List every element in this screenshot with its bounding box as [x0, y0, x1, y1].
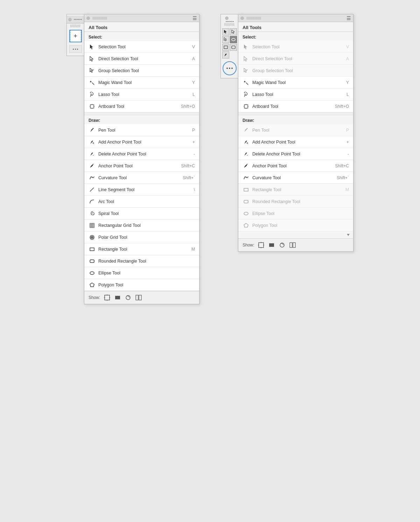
right-main-panel: ☰ All Tools Select: Selection Tool V D	[238, 14, 354, 252]
polygon-tool-name: Polygon Tool	[98, 283, 192, 287]
right-tool-item-add-anchor[interactable]: + Add Anchor Point Tool +	[238, 136, 353, 148]
tool-item-spiral[interactable]: Spiral Tool	[84, 208, 199, 220]
right-curvature-tool-name: Curvature Tool	[252, 175, 334, 180]
draw-tool-list: Pen Tool P + Add Anchor Point Tool +	[84, 124, 199, 291]
tool-item-anchor-point[interactable]: Anchor Point Tool Shift+C	[84, 160, 199, 172]
right-tool-item-ellipse[interactable]: Ellipse Tool	[238, 208, 353, 220]
close-icon[interactable]	[68, 18, 72, 21]
tool-item-curvature[interactable]: Curvature Tool Shift+`	[84, 172, 199, 184]
add-tool-plus-icon: +	[74, 33, 77, 39]
delete-anchor-tool-shortcut: -	[194, 152, 195, 156]
right-tool-item-rectangle[interactable]: Rectangle Tool M	[238, 184, 353, 196]
tool-item-group-selection[interactable]: + Group Selection Tool	[84, 65, 199, 77]
right-tool-item-magic-wand[interactable]: Magic Wand Tool Y	[238, 77, 353, 89]
right-magic-wand-tool-name: Magic Wand Tool	[252, 80, 343, 85]
tool-item-ellipse[interactable]: Ellipse Tool	[84, 267, 199, 279]
grid-direct-selection-tool[interactable]	[230, 28, 237, 35]
left-panel-titlebar: ☰	[84, 14, 199, 22]
right-curvature-tool-shortcut: Shift+`	[337, 175, 349, 180]
right-tool-item-pen[interactable]: Pen Tool P	[238, 124, 353, 136]
tool-item-polar-grid[interactable]: Polar Grid Tool	[84, 231, 199, 243]
show-icon-mask[interactable]	[125, 294, 132, 301]
svg-point-58	[247, 128, 248, 129]
tool-item-polygon[interactable]: Polygon Tool	[84, 279, 199, 291]
tool-item-arc[interactable]: Arc Tool	[84, 196, 199, 208]
svg-rect-36	[115, 296, 120, 299]
right-tool-item-selection[interactable]: Selection Tool V	[238, 41, 353, 53]
right-close-icon[interactable]	[225, 16, 229, 20]
tool-item-selection[interactable]: Selection Tool V	[84, 41, 199, 53]
show-icon-layout[interactable]	[135, 294, 142, 301]
right-tool-item-rounded-rect[interactable]: Rounded Rectangle Tool	[238, 196, 353, 208]
right-lasso-tool-shortcut: L	[346, 92, 349, 97]
right-tool-item-direct-selection[interactable]: Direct Selection Tool A	[238, 53, 353, 65]
svg-text:+: +	[92, 141, 94, 145]
svg-point-44	[232, 39, 235, 41]
grid-pen-tool[interactable]	[222, 51, 229, 58]
tool-item-pen[interactable]: Pen Tool P	[84, 124, 199, 136]
svg-rect-62	[244, 188, 248, 191]
show-icon-artboard[interactable]	[104, 294, 111, 301]
grid-rect-tool[interactable]	[222, 44, 229, 51]
add-tool-button[interactable]: +	[69, 30, 82, 42]
svg-rect-31	[105, 295, 110, 300]
tool-item-line-segment[interactable]: Line Segment Tool \	[84, 184, 199, 196]
show-icon-rect[interactable]	[114, 294, 121, 301]
right-show-icon-artboard[interactable]	[258, 242, 265, 249]
svg-line-4	[92, 83, 94, 85]
polar-grid-tool-icon	[89, 234, 96, 241]
svg-point-14	[92, 176, 93, 178]
right-tool-item-artboard[interactable]: Artboard Tool Shift+O	[238, 100, 353, 112]
svg-marker-66	[347, 234, 350, 236]
grid-rounded-rect-tool[interactable]	[230, 44, 237, 51]
left-scroll-area[interactable]: Select: Selection Tool V Direct Selectio…	[84, 32, 199, 291]
tool-item-magic-wand[interactable]: Magic Wand Tool Y	[84, 77, 199, 89]
right-tool-item-group-selection[interactable]: + Group Selection Tool	[238, 65, 353, 77]
right-anchor-point-tool-icon	[243, 162, 250, 169]
right-window-close-icon[interactable]	[240, 16, 244, 20]
section-gap-1	[84, 112, 199, 115]
right-panel-menu-icon[interactable]: ☰	[346, 15, 351, 21]
right-scroll-area[interactable]: Select: Selection Tool V Direct Selectio…	[238, 32, 353, 238]
left-panel-wrapper: + ☰ All Tools Select:	[66, 14, 200, 304]
svg-rect-75	[293, 243, 295, 248]
tool-item-rect-grid[interactable]: Rectangular Grid Tool	[84, 220, 199, 231]
right-direct-selection-tool-shortcut: A	[346, 56, 349, 61]
anchor-point-tool-name: Anchor Point Tool	[98, 163, 178, 168]
right-show-label: Show:	[243, 243, 254, 248]
right-delete-anchor-tool-shortcut: -	[348, 152, 349, 156]
svg-marker-5	[90, 81, 92, 83]
right-tool-item-anchor-point[interactable]: Anchor Point Tool Shift+C	[238, 160, 353, 172]
artboard-tool-name: Artboard Tool	[98, 104, 178, 109]
right-tool-item-polygon[interactable]: Polygon Tool	[238, 220, 353, 231]
right-tool-item-curvature[interactable]: Curvature Tool Shift+`	[238, 172, 353, 184]
left-strip-titlebar	[67, 16, 84, 23]
tool-item-add-anchor[interactable]: + Add Anchor Point Tool +	[84, 136, 199, 148]
right-tool-item-lasso[interactable]: Lasso Tool L	[238, 89, 353, 100]
tool-item-delete-anchor[interactable]: - Delete Anchor Point Tool -	[84, 148, 199, 160]
right-show-icon-mask[interactable]	[279, 242, 286, 249]
tool-item-rectangle[interactable]: Rectangle Tool M	[84, 243, 199, 255]
tool-item-rounded-rect[interactable]: Rounded Rectangle Tool	[84, 255, 199, 267]
right-artboard-tool-icon	[243, 103, 250, 110]
right-show-icon-layout[interactable]	[289, 242, 296, 249]
right-draw-section-label: Draw:	[238, 115, 353, 124]
grid-ellipse-tool[interactable]	[230, 36, 237, 43]
tool-item-direct-selection[interactable]: Direct Selection Tool A	[84, 53, 199, 65]
tool-item-lasso[interactable]: Lasso Tool L	[84, 89, 199, 100]
delete-anchor-tool-icon: -	[89, 151, 96, 158]
more-options-button[interactable]	[69, 45, 82, 53]
svg-line-51	[246, 83, 248, 85]
line-segment-tool-icon	[89, 186, 96, 193]
svg-rect-39	[139, 295, 141, 300]
panel-menu-icon[interactable]: ☰	[192, 15, 197, 21]
artboard-tool-shortcut: Shift+O	[181, 104, 195, 109]
svg-text:-: -	[93, 153, 94, 157]
tool-item-artboard[interactable]: Artboard Tool Shift+O	[84, 100, 199, 112]
grid-group-selection-tool[interactable]: +	[222, 36, 229, 43]
right-tool-item-delete-anchor[interactable]: - Delete Anchor Point Tool -	[238, 148, 353, 160]
draw-section-label: Draw:	[84, 115, 199, 124]
right-show-icon-rect[interactable]	[268, 242, 275, 249]
window-close-icon[interactable]	[86, 16, 90, 20]
grid-selection-tool[interactable]	[222, 28, 229, 35]
